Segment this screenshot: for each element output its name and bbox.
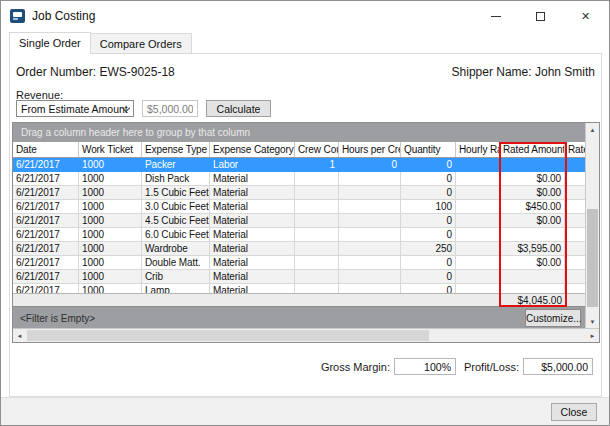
calculate-button[interactable]: Calculate (206, 100, 271, 117)
close-button[interactable]: Close (551, 403, 597, 421)
table-cell (295, 172, 339, 186)
table-cell (565, 242, 585, 256)
shipper-name-value: John Smith (535, 65, 595, 79)
table-row[interactable]: 6/21/201710001.5 Cubic FeetMaterial0$0.0… (13, 186, 585, 200)
table-cell: 1000 (79, 158, 142, 172)
vertical-scrollbar[interactable]: ▲ ▼ (585, 123, 599, 328)
vertical-scrollbar-thumb[interactable] (587, 209, 598, 307)
table-cell (456, 284, 500, 293)
column-header-rate-type[interactable]: Rate Type (565, 142, 585, 157)
table-cell (295, 284, 339, 293)
dialog-footer: Close (1, 397, 609, 425)
total-row-cell (456, 294, 500, 306)
table-cell: 0 (401, 172, 456, 186)
table-cell: 1000 (79, 172, 142, 186)
table-cell (339, 186, 401, 200)
total-row-cell (210, 294, 295, 306)
table-cell: 0 (401, 186, 456, 200)
table-cell: 1000 (79, 228, 142, 242)
tab-compare-orders[interactable]: Compare Orders (90, 33, 192, 54)
table-row[interactable]: 6/21/20171000CribMaterial0 (13, 270, 585, 284)
order-number-text: Order Number: EWS-9025-18 (16, 65, 175, 79)
column-header-hourly-rate[interactable]: Hourly Rate (456, 142, 500, 157)
app-icon (10, 9, 25, 23)
table-cell: Material (210, 172, 295, 186)
revenue-source-dropdown[interactable]: From Estimate Amount (16, 100, 134, 117)
table-cell (456, 242, 500, 256)
column-header-quantity[interactable]: Quantity (401, 142, 456, 157)
table-cell: 6.0 Cubic Feet (142, 228, 210, 242)
job-costing-dialog: Job Costing ✕ Single Order Compare Order… (0, 0, 610, 426)
table-cell (565, 186, 585, 200)
table-cell (339, 242, 401, 256)
minimize-button[interactable] (473, 2, 518, 30)
profit-loss-label: Profit/Loss: (464, 361, 519, 373)
table-cell: 0 (339, 158, 401, 172)
table-row[interactable]: 6/21/201710006.0 Cubic FeetMaterial0 (13, 228, 585, 242)
scroll-up-icon[interactable]: ▲ (586, 123, 599, 136)
horizontal-scrollbar[interactable]: ◄ ► (13, 328, 599, 342)
table-row[interactable]: 6/21/20171000Double Matt.Material0$0.00 (13, 256, 585, 270)
scroll-down-icon[interactable]: ▼ (586, 315, 599, 328)
table-cell (295, 200, 339, 214)
table-cell: Material (210, 242, 295, 256)
table-row[interactable]: 6/21/201710003.0 Cubic FeetMaterial100$4… (13, 200, 585, 214)
table-cell: 6/21/2017 (13, 158, 79, 172)
group-by-band[interactable]: Drag a column header here to group by th… (13, 123, 585, 142)
tab-strip: Single Order Compare Orders (9, 33, 191, 54)
table-cell: 0 (401, 228, 456, 242)
table-cell: 6/21/2017 (13, 270, 79, 284)
table-cell: $0.00 (500, 172, 565, 186)
order-number-value: EWS-9025-18 (99, 65, 174, 79)
maximize-button[interactable] (518, 2, 563, 30)
column-header-crew-count[interactable]: Crew Count (295, 142, 339, 157)
revenue-source-selected: From Estimate Amount (21, 103, 128, 115)
column-header-expense-type[interactable]: Expense Type (142, 142, 210, 157)
table-cell: Labor (210, 158, 295, 172)
table-row[interactable]: 6/21/20171000LampMaterial0 (13, 284, 585, 293)
table-row[interactable]: 6/21/20171000WardrobeMaterial250$3,595.0… (13, 242, 585, 256)
table-cell: 1000 (79, 242, 142, 256)
gross-margin-field[interactable] (394, 358, 456, 375)
table-cell: $450.00 (500, 200, 565, 214)
column-header-work-ticket[interactable]: Work Ticket (79, 142, 142, 157)
grid-header-row: DateWork TicketExpense TypeExpense Categ… (13, 142, 585, 158)
profit-loss-field[interactable] (523, 358, 593, 375)
table-cell: 6/21/2017 (13, 186, 79, 200)
table-cell (295, 214, 339, 228)
table-cell: Material (210, 214, 295, 228)
column-header-date[interactable]: Date (13, 142, 79, 157)
column-header-hours-per-crew[interactable]: Hours per Crew (339, 142, 401, 157)
table-cell (339, 214, 401, 228)
scroll-left-icon[interactable]: ◄ (13, 329, 26, 342)
horizontal-scrollbar-thumb[interactable] (27, 330, 429, 341)
table-cell (339, 228, 401, 242)
scroll-right-icon[interactable]: ► (586, 329, 599, 342)
table-cell: 1000 (79, 270, 142, 284)
table-cell: Dish Pack (142, 172, 210, 186)
revenue-amount-field[interactable] (142, 100, 198, 117)
table-row[interactable]: 6/21/20171000Dish PackMaterial0$0.00 (13, 172, 585, 186)
table-cell (565, 214, 585, 228)
table-cell: 6/21/2017 (13, 242, 79, 256)
title-bar: Job Costing ✕ (1, 1, 609, 31)
table-cell (500, 228, 565, 242)
tab-single-order[interactable]: Single Order (9, 32, 91, 54)
table-cell: $0.00 (500, 214, 565, 228)
table-cell (339, 270, 401, 284)
table-cell: 100 (401, 200, 456, 214)
column-header-expense-category[interactable]: Expense Category (210, 142, 295, 157)
table-cell: 3.0 Cubic Feet (142, 200, 210, 214)
table-cell: 1000 (79, 256, 142, 270)
customize-button[interactable]: Customize... (525, 309, 581, 327)
shipper-name-label: Shipper Name: (452, 65, 532, 79)
table-row[interactable]: 6/21/20171000PackerLabor100 (13, 158, 585, 172)
table-cell: 1000 (79, 214, 142, 228)
table-cell (339, 200, 401, 214)
table-cell: Material (210, 200, 295, 214)
table-row[interactable]: 6/21/201710004.5 Cubic FeetMaterial0$0.0… (13, 214, 585, 228)
close-window-button[interactable]: ✕ (563, 2, 608, 30)
column-header-rated-amount[interactable]: Rated Amount (500, 142, 565, 157)
job-costing-grid: Drag a column header here to group by th… (12, 122, 600, 343)
table-cell (295, 270, 339, 284)
